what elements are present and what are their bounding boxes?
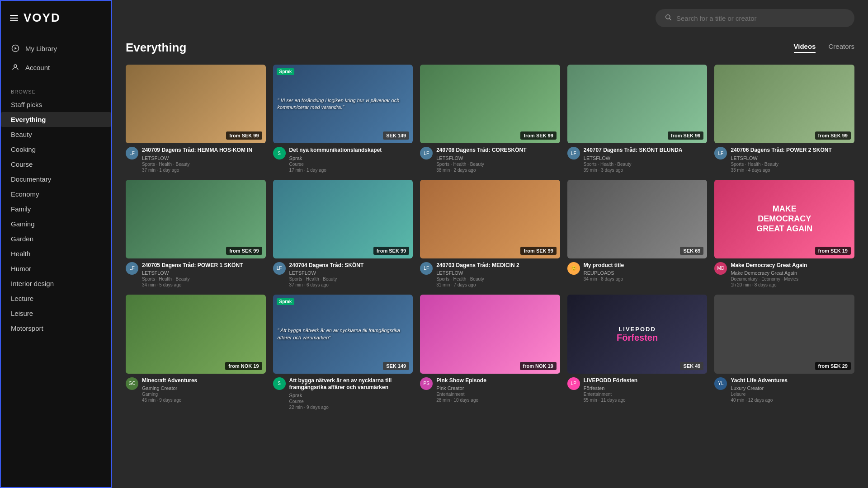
video-meta: LF 240707 Dagens Tråd: SKÖNT BLUNDA LETS… [567,147,708,173]
video-tags: Sports · Health · Beauty [436,277,560,282]
sidebar-item-garden[interactable]: Garden [1,231,111,246]
sidebar-item-account[interactable]: Account [1,58,111,76]
video-card[interactable]: SEK 69 😊 My product title REUPLOADS 34 m… [567,180,708,288]
main-header [112,0,868,36]
sidebar-item-staff-picks[interactable]: Staff picks [1,97,111,112]
video-creator: LETSFLOW [289,270,413,276]
video-card[interactable]: from SEK 99 LF 240704 Dagens Tråd: SKÖNT… [273,180,413,288]
video-card[interactable]: Sprak " Vi ser en förändring i logiken k… [273,65,413,173]
video-tags: Gaming [142,392,266,397]
video-title: Minecraft Adventures [142,377,266,385]
avatar: YL [714,377,727,390]
video-info: My product title REUPLOADS 34 min · 8 da… [584,262,708,282]
video-card[interactable]: from SEK 99 LF 240709 Dagens Tråd: HEMMA… [126,65,266,173]
video-creator: LETSFLOW [142,155,266,161]
video-card[interactable]: LIVEPODD Förfesten SEK 49 LP LIVEPODD Fö… [567,295,708,409]
page-title: Everything [126,41,186,55]
avatar: LP [567,377,580,390]
video-card[interactable]: from SEK 99 LF 240703 Dagens Tråd: MEDIC… [420,180,560,288]
video-info: 240707 Dagens Tråd: SKÖNT BLUNDA LETSFLO… [584,147,708,173]
video-card[interactable]: from SEK 99 LF 240705 Dagens Tråd: POWER… [126,180,266,288]
video-card[interactable]: Sprak " Att bygga nätverk är en av nyckl… [273,295,413,409]
video-meta: LF 240704 Dagens Tråd: SKÖNT LETSFLOW Sp… [273,262,413,288]
content-title-row: Everything Videos Creators [126,41,854,55]
sidebar-item-family[interactable]: Family [1,202,111,216]
video-card[interactable]: from SEK 99 LF 240707 Dagens Tråd: SKÖNT… [567,65,708,173]
video-tags: Documentary · Economy · Movies [731,277,854,282]
avatar: LF [126,262,138,275]
my-library-label: My Library [25,45,57,52]
video-creator: LETSFLOW [436,155,560,161]
video-duration: 17 min · 1 day ago [289,168,413,173]
price-badge: from SEK 99 [373,247,409,255]
tab-creators[interactable]: Creators [828,42,854,53]
video-title: 240706 Dagens Tråd: POWER 2 SKÖNT [731,147,854,154]
avatar: LF [273,262,286,275]
video-card[interactable]: from SEK 29 YL Yacht Life Adventures Lux… [714,295,854,409]
sidebar-item-lecture[interactable]: Lecture [1,291,111,306]
video-card[interactable]: from SEK 99 LF 240708 Dagens Tråd: CORES… [420,65,560,173]
price-badge: from SEK 99 [815,131,851,140]
video-meta: 😊 My product title REUPLOADS 34 min · 8 … [567,262,708,282]
avatar: LF [126,147,138,160]
price-badge: from SEK 19 [815,247,851,255]
video-thumbnail: Sprak " Att bygga nätverk är en av nyckl… [273,295,413,373]
video-card[interactable]: from NOK 19 GC Minecraft Adventures Gami… [126,295,266,409]
video-info: 240709 Dagens Tråd: HEMMA HOS-KOM IN LET… [142,147,266,173]
video-creator: LETSFLOW [584,155,708,161]
video-thumbnail: from SEK 99 [714,65,854,143]
video-card[interactable]: from SEK 99 LF 240706 Dagens Tråd: POWER… [714,65,854,173]
sidebar-item-economy[interactable]: Economy [1,187,111,202]
sidebar-nav: My Library Account [1,35,111,81]
video-meta: LF 240706 Dagens Tråd: POWER 2 SKÖNT LET… [714,147,854,173]
video-card[interactable]: MAKEDEMOCRACYGREAT AGAIN from SEK 19 MD … [714,180,854,288]
video-title: Yacht Life Adventures [731,377,854,385]
main-content: Everything Videos Creators from SEK 99 L… [112,0,868,488]
sidebar-item-beauty[interactable]: Beauty [1,127,111,142]
video-duration: 45 min · 9 days ago [142,398,266,403]
video-card[interactable]: from NOK 19 PS Pink Show Episode Pink Cr… [420,295,560,409]
video-info: 240704 Dagens Tråd: SKÖNT LETSFLOW Sport… [289,262,413,288]
sidebar-item-motorsport[interactable]: Motorsport [1,321,111,336]
play-circle-icon [11,44,20,53]
sidebar-item-health[interactable]: Health [1,246,111,261]
svg-point-3 [666,15,670,19]
video-tags: Sports · Health · Beauty [289,277,413,282]
sidebar: VOYD My Library Account BROWSE Staff pic… [0,0,112,488]
video-meta: S Det nya kommunikationslandskapet Sprak… [273,147,413,173]
avatar: PS [420,377,433,390]
sidebar-item-documentary[interactable]: Documentary [1,172,111,187]
video-creator: Sprak [289,393,413,398]
sidebar-item-everything[interactable]: Everything [1,112,111,127]
video-thumbnail: from SEK 99 [126,180,266,258]
avatar: S [273,147,286,160]
forfesten-label: Förfesten [617,333,658,343]
video-duration: 34 min · 8 days ago [584,277,708,282]
hamburger-icon[interactable] [10,15,18,21]
person-icon [11,63,20,72]
sidebar-item-course[interactable]: Course [1,157,111,172]
sidebar-item-humor[interactable]: Humor [1,261,111,276]
avatar: GC [126,377,138,390]
sidebar-item-leisure[interactable]: Leisure [1,306,111,321]
search-box[interactable] [656,9,854,27]
tab-videos[interactable]: Videos [794,42,816,53]
video-creator: Sprak [289,155,413,161]
view-tabs: Videos Creators [794,42,854,53]
video-thumbnail: Sprak " Vi ser en förändring i logiken k… [273,65,413,143]
logo: VOYD [24,11,61,25]
avatar: 😊 [567,262,580,275]
sidebar-item-gaming[interactable]: Gaming [1,216,111,231]
sidebar-item-cooking[interactable]: Cooking [1,142,111,157]
video-duration: 39 min · 3 days ago [584,168,708,173]
video-info: 240703 Dagens Tråd: MEDICIN 2 LETSFLOW S… [436,262,560,288]
sidebar-item-my-library[interactable]: My Library [1,39,111,57]
video-title: 240707 Dagens Tråd: SKÖNT BLUNDA [584,147,708,154]
video-info: Make Democracy Great Again Make Democrac… [731,262,854,288]
search-icon [665,14,672,23]
video-creator: REUPLOADS [584,270,708,276]
video-tags: Entertainment [436,392,560,397]
sidebar-item-interior-design[interactable]: Interior design [1,276,111,291]
video-tags: Course [289,162,413,167]
search-input[interactable] [676,14,845,22]
